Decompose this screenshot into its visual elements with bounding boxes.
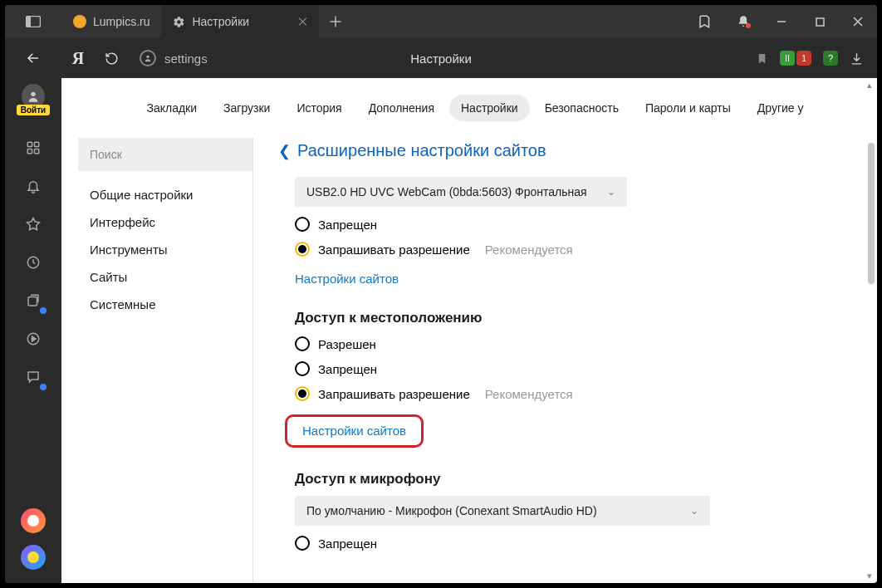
sidebar-item-tools[interactable]: Инструменты [78,243,252,257]
svg-rect-3 [816,18,824,26]
gear-icon [173,16,185,28]
svg-point-4 [146,56,149,58]
site-info-icon[interactable] [140,50,156,66]
scroll-down-arrow[interactable]: ▾ [864,571,875,581]
rail-notifications[interactable] [22,174,45,198]
camera-dropdown[interactable]: USB2.0 HD UVC WebCam (0bda:5603) Фронтал… [295,177,627,207]
topnav-passwords[interactable]: Пароли и карты [634,95,742,121]
sidebar-item-general[interactable]: Общие настройки [78,188,252,202]
sidebar-item-sites[interactable]: Сайты [78,270,252,284]
location-radio-ask[interactable]: Запрашивать разрешение Рекомендуется [295,386,844,401]
notification-dot [746,23,751,28]
microphone-dropdown[interactable]: По умолчанию - Микрофон (Conexant SmartA… [295,496,710,526]
settings-search[interactable]: Поиск [78,138,252,171]
settings-sidebar: Поиск Общие настройки Интерфейс Инструме… [61,138,252,583]
panel-toggle[interactable] [5,5,61,38]
radio-icon [295,361,310,376]
microphone-dropdown-value: По умолчанию - Микрофон (Conexant SmartA… [306,504,597,517]
location-heading: Доступ к местоположению [295,310,844,326]
settings-main: ❮ Расширенные настройки сайтов USB2.0 HD… [252,138,877,583]
camera-radio-ask[interactable]: Запрашивать разрешение Рекомендуется [295,242,844,257]
section-title[interactable]: ❮ Расширенные настройки сайтов [278,141,844,160]
section-title-text: Расширенные настройки сайтов [297,141,546,160]
topnav-other[interactable]: Другие у [746,95,804,121]
svg-point-5 [31,92,35,96]
radio-icon-checked [295,386,310,401]
window-minimize[interactable] [762,17,801,27]
back-button[interactable] [26,51,41,66]
topnav-settings[interactable]: Настройки [449,95,530,121]
microphone-heading: Доступ к микрофону [295,471,844,488]
location-radio-allowed[interactable]: Разрешен [295,336,844,351]
chevron-down-icon: ⌄ [607,186,615,198]
window-close[interactable] [839,17,877,27]
left-rail: Войти [5,78,61,583]
topnav-downloads[interactable]: Загрузки [212,95,282,121]
favicon-lumpics [73,15,86,28]
bookmark-icon[interactable] [756,52,768,65]
page-title: Настройки [410,51,472,66]
svg-rect-7 [35,142,39,146]
recommended-label: Рекомендуется [485,387,573,401]
radio-icon-checked [295,242,310,257]
rail-favorites[interactable] [22,213,45,236]
camera-radio-denied[interactable]: Запрещен [295,217,844,232]
main-scrollbar[interactable] [865,138,877,583]
svg-rect-9 [35,149,39,154]
camera-sites-link[interactable]: Настройки сайтов [295,272,399,286]
settings-topnav: Закладки Загрузки История Дополнения Нас… [61,78,877,138]
rail-apps[interactable] [22,136,45,159]
rail-shortcut-1[interactable] [21,508,46,533]
rail-shortcut-2[interactable] [21,545,46,570]
downloads-icon[interactable] [850,51,864,66]
titlebar: Lumpics.ru Настройки [5,5,877,38]
extensions-area[interactable]: II1 [780,51,811,66]
highlighted-sites-link: Настройки сайтов [285,414,424,448]
rail-messenger[interactable] [22,365,45,389]
profile-button[interactable]: Войти [22,85,45,108]
yandex-logo[interactable]: Я [61,49,95,68]
radio-label: Запрещен [318,218,377,232]
scroll-thumb[interactable] [868,143,875,284]
login-label: Войти [17,105,51,115]
tab-lumpics[interactable]: Lumpics.ru [61,5,161,38]
microphone-radio-denied[interactable]: Запрещен [295,536,844,551]
recommended-label: Рекомендуется [485,243,573,257]
topnav-bookmarks[interactable]: Закладки [135,95,208,121]
tab-label: Настройки [192,15,249,28]
radio-label: Запрещен [318,537,377,551]
radio-icon [295,336,310,351]
topnav-security[interactable]: Безопасность [533,95,630,121]
address-bar: Я settings Настройки II1 ? [5,38,877,78]
tab-label: Lumpics.ru [93,15,149,28]
radio-icon [295,536,310,551]
url-text: settings [164,51,208,66]
radio-icon [295,217,310,232]
topnav-history[interactable]: История [285,95,353,121]
camera-dropdown-value: USB2.0 HD UVC WebCam (0bda:5603) Фронтал… [306,185,587,198]
notifications-icon[interactable] [724,15,762,28]
location-radio-denied[interactable]: Запрещен [295,361,844,376]
location-sites-link[interactable]: Настройки сайтов [302,424,406,438]
rail-media[interactable] [22,327,45,350]
tab-settings[interactable]: Настройки [161,5,319,38]
close-icon[interactable] [298,17,307,27]
new-tab-button[interactable] [319,5,352,38]
rail-collections[interactable] [22,289,45,312]
chevron-left-icon: ❮ [278,142,291,160]
sidebar-item-interface[interactable]: Интерфейс [78,215,252,229]
svg-rect-6 [27,142,32,146]
sidebar-item-system[interactable]: Системные [78,297,252,311]
settings-content: ▴ Закладки Загрузки История Дополнения Н… [61,78,877,583]
scroll-up-arrow[interactable]: ▴ [864,80,875,91]
svg-rect-1 [27,17,31,27]
radio-label: Запрещен [318,362,377,376]
reload-button[interactable] [95,51,128,66]
topnav-addons[interactable]: Дополнения [357,95,446,121]
window-maximize[interactable] [801,17,839,27]
bookmark-menu-icon[interactable] [686,14,724,29]
extension-help-icon[interactable]: ? [823,51,838,66]
chevron-down-icon: ⌄ [690,505,698,517]
radio-label: Запрашивать разрешение [318,387,470,401]
rail-history[interactable] [22,251,45,274]
